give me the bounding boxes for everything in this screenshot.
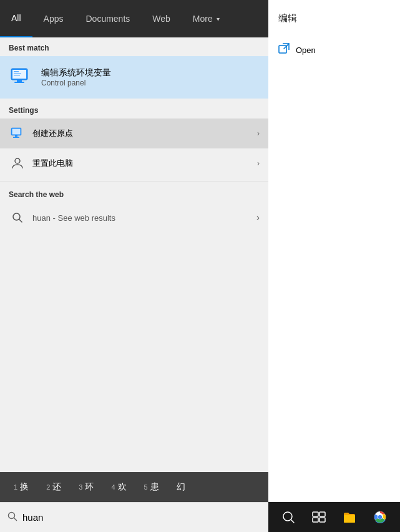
divider [0,181,268,181]
candidate-5[interactable]: 5 患 [135,479,168,495]
best-match-text: 编辑系统环境变量 Control panel [41,67,111,87]
search-panel: All Apps Documents Web More ▾ Best match [0,0,268,532]
settings-item-reset[interactable]: 重置此电脑 › [0,148,268,178]
tab-apps[interactable]: Apps [32,0,75,37]
arrow-icon-restore: › [257,129,260,138]
search-input[interactable] [22,512,261,523]
search-web-label: Search the web [0,184,268,203]
svg-rect-2 [14,71,19,72]
settings-label: Settings [0,100,268,118]
candidate-6[interactable]: 幻 [168,479,194,495]
candidate-bar: 1 换 2 还 3 环 4 欢 5 患 幻 [0,472,268,502]
svg-rect-21 [320,512,325,516]
search-icon [9,209,26,226]
svg-rect-3 [14,73,21,74]
taskbar [268,502,400,532]
open-action[interactable]: Open [278,43,316,57]
right-panel-title: 编辑 [278,12,297,24]
candidate-3[interactable]: 3 环 [70,479,102,495]
chevron-down-icon: ▾ [217,16,220,22]
settings-item-restore[interactable]: 创建还原点 › [0,118,268,148]
svg-rect-20 [313,512,318,516]
web-search-text: huan - See web results [32,213,256,223]
taskbar-search-icon[interactable] [278,507,298,527]
svg-point-29 [378,515,382,519]
open-icon [278,43,290,57]
svg-point-18 [283,512,292,521]
best-match-icon [9,65,34,90]
svg-rect-22 [313,518,318,522]
svg-line-15 [14,518,17,521]
svg-line-19 [291,520,295,523]
svg-rect-4 [14,75,20,76]
tab-all[interactable]: All [0,0,32,37]
svg-rect-9 [15,135,17,137]
svg-rect-24 [344,515,355,523]
svg-rect-23 [320,518,325,522]
svg-line-13 [19,220,22,223]
tab-web[interactable]: Web [141,0,182,37]
taskbar-chrome-icon[interactable] [370,507,390,527]
candidate-4[interactable]: 4 欢 [102,479,135,495]
search-bar-icon [7,511,17,523]
best-match-label: Best match [0,37,268,56]
settings-item-reset-text: 重置此电脑 [32,158,257,169]
svg-rect-6 [14,82,24,83]
best-match-title: 编辑系统环境变量 [41,67,111,79]
right-panel: 编辑 Open [268,0,400,532]
results-area: Best match 编辑系统环境变量 Control panel [0,37,268,472]
svg-rect-8 [12,129,21,135]
svg-rect-5 [17,80,22,82]
arrow-icon-web: › [256,212,260,223]
best-match-subtitle: Control panel [41,79,111,87]
open-label: Open [296,46,316,55]
tab-documents[interactable]: Documents [74,0,141,37]
monitor-icon [9,125,26,142]
svg-rect-10 [13,137,19,138]
web-search-item[interactable]: huan - See web results › [0,203,268,233]
taskbar-taskview-icon[interactable] [309,507,329,527]
tab-more[interactable]: More ▾ [182,0,231,37]
search-bar [0,502,268,532]
candidate-1[interactable]: 1 换 [5,479,37,495]
candidate-2[interactable]: 2 还 [37,479,70,495]
tab-bar: All Apps Documents Web More ▾ [0,0,268,37]
right-panel-content: 编辑 Open [268,0,400,532]
svg-point-11 [15,158,20,163]
person-icon [9,155,26,172]
taskbar-fileexplorer-icon[interactable] [339,507,359,527]
best-match-item[interactable]: 编辑系统环境变量 Control panel [0,56,268,99]
settings-item-restore-text: 创建还原点 [32,128,257,139]
arrow-icon-reset: › [257,159,260,168]
